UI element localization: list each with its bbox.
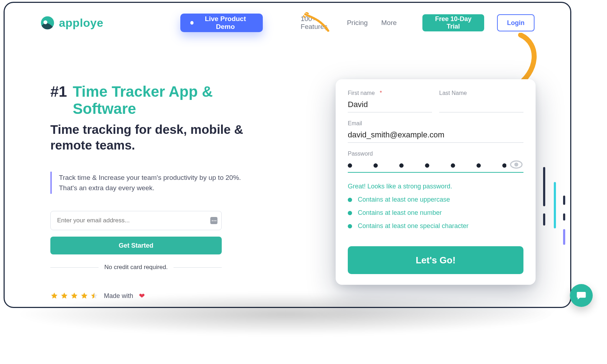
signup-card: First name* Last Name Email Password Gre… — [336, 79, 536, 285]
signup-submit-button[interactable]: Let's Go! — [348, 246, 523, 274]
password-input[interactable] — [348, 159, 523, 173]
hero-subtitle: Time tracking for desk, mobile & remote … — [50, 122, 250, 153]
password-check-item: Contains at least one number — [348, 209, 523, 217]
hero-rank: #1 — [50, 83, 67, 100]
svg-point-2 — [44, 20, 47, 24]
live-demo-label: Live Product Demo — [198, 15, 253, 31]
password-check-text: Contains at least one special character — [358, 222, 468, 230]
nav-links: 100+ Features Pricing More — [301, 15, 397, 31]
no-card-text: No credit card required. — [99, 264, 174, 271]
password-strength-message: Great! Looks like a strong password. — [348, 183, 523, 190]
page-drop-shadow — [14, 293, 557, 335]
email-input[interactable] — [50, 211, 222, 230]
site-header: apploye Live Product Demo 100+ Features … — [5, 3, 570, 36]
free-trial-label: Free 10-Day Trial — [430, 15, 476, 30]
no-card-divider: No credit card required. — [50, 264, 222, 271]
svg-point-4 — [515, 163, 518, 167]
autofill-chip-icon[interactable] — [210, 217, 217, 224]
email-capture-group: Get Started No credit card required. — [50, 211, 222, 271]
signup-submit-label: Let's Go! — [416, 255, 456, 266]
password-check-item: Contains at least one special character — [348, 222, 523, 230]
brand-logo[interactable]: apploye — [40, 16, 103, 30]
first-name-input[interactable] — [348, 98, 432, 112]
check-dot-icon — [348, 211, 352, 215]
nav-more[interactable]: More — [381, 19, 397, 27]
chat-fab-button[interactable] — [570, 284, 593, 307]
login-button[interactable]: Login — [497, 14, 535, 31]
brand-name: apploye — [59, 16, 103, 30]
chat-icon — [576, 290, 587, 301]
last-name-label: Last Name — [439, 90, 523, 96]
hero-section: #1 Time Tracker App & Software Time trac… — [50, 83, 279, 300]
password-check-text: Contains at least one number — [358, 209, 442, 217]
email-label: Email — [348, 120, 523, 127]
check-dot-icon — [348, 198, 352, 202]
get-started-button[interactable]: Get Started — [50, 237, 222, 254]
free-trial-button[interactable]: Free 10-Day Trial — [422, 14, 484, 31]
live-demo-button[interactable]: Live Product Demo — [180, 14, 263, 32]
hero-title: Time Tracker App & Software — [73, 83, 279, 117]
nav-features[interactable]: 100+ Features — [301, 15, 333, 31]
password-check-item: Contains at least one uppercase — [348, 196, 523, 203]
signup-email-input[interactable] — [348, 129, 523, 143]
hero-quote: Track time & Increase your team's produc… — [50, 172, 250, 194]
live-dot-icon — [190, 21, 194, 25]
hero-title-line: #1 Time Tracker App & Software — [50, 83, 279, 117]
password-check-text: Contains at least one uppercase — [358, 196, 450, 203]
brand-logo-icon — [40, 16, 55, 30]
nav-pricing[interactable]: Pricing — [347, 19, 368, 27]
check-dot-icon — [348, 224, 352, 228]
toggle-password-visibility-icon[interactable] — [510, 160, 523, 169]
login-label: Login — [507, 19, 525, 27]
first-name-label: First name* — [348, 90, 432, 96]
last-name-input[interactable] — [439, 98, 523, 112]
decorative-lines — [541, 167, 567, 249]
get-started-label: Get Started — [119, 242, 153, 249]
password-label: Password — [348, 151, 523, 157]
